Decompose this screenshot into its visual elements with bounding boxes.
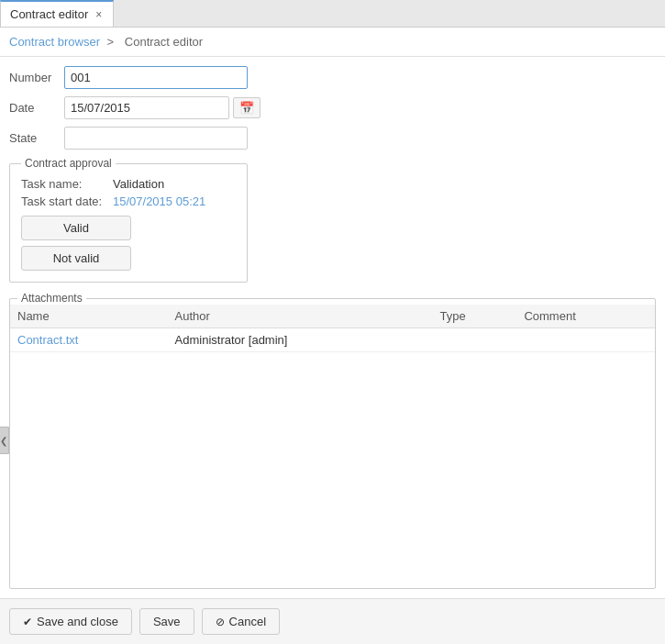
- breadcrumb-link[interactable]: Contract browser: [9, 35, 100, 49]
- bottom-bar: ✔ Save and close Save ⊘ Cancel: [0, 598, 665, 644]
- check-icon: ✔: [23, 616, 32, 628]
- attachments-body: Contract.txt Administrator [admin]: [10, 328, 655, 352]
- task-start-date-value: 15/07/2015 05:21: [113, 194, 205, 208]
- date-wrapper: 📅: [64, 96, 260, 119]
- cell-comment: [516, 328, 655, 352]
- attachments-header: Name Author Type Comment: [10, 305, 655, 328]
- state-row: State: [9, 127, 656, 150]
- date-row: Date 📅: [9, 96, 656, 119]
- task-name-row: Task name: Validation: [21, 177, 236, 191]
- save-close-label: Save and close: [37, 615, 118, 628]
- cancel-label: Cancel: [229, 615, 266, 628]
- task-start-date-row: Task start date: 15/07/2015 05:21: [21, 194, 236, 208]
- attachments-legend: Attachments: [17, 292, 86, 305]
- table-row: Contract.txt Administrator [admin]: [10, 328, 655, 352]
- save-label: Save: [153, 615, 181, 628]
- attachments-wrapper: ❮ Attachments Name Author Type Comment: [9, 292, 656, 589]
- state-label: State: [9, 131, 64, 145]
- number-label: Number: [9, 71, 64, 84]
- tab-bar: Contract editor ×: [0, 0, 665, 28]
- attachment-link[interactable]: Contract.txt: [17, 333, 78, 347]
- approval-legend: Contract approval: [21, 157, 116, 170]
- task-name-value: Validation: [113, 177, 164, 191]
- tab-close-icon[interactable]: ×: [94, 8, 104, 21]
- breadcrumb: Contract browser > Contract editor: [0, 28, 665, 57]
- save-and-close-button[interactable]: ✔ Save and close: [9, 608, 132, 635]
- task-name-label: Task name:: [21, 177, 113, 191]
- calendar-icon[interactable]: 📅: [233, 97, 260, 118]
- tab-contract-editor[interactable]: Contract editor ×: [0, 0, 114, 27]
- sidebar-toggle[interactable]: ❮: [0, 427, 9, 454]
- state-input[interactable]: [64, 127, 248, 150]
- valid-button[interactable]: Valid: [21, 216, 131, 240]
- date-input[interactable]: [64, 96, 229, 119]
- number-input[interactable]: [64, 66, 248, 89]
- breadcrumb-current: Contract editor: [125, 35, 203, 49]
- attachments-fieldset: Attachments Name Author Type Comment: [9, 292, 656, 589]
- form-area: Number Date 📅 State Contract approval Ta…: [0, 57, 665, 598]
- col-author: Author: [168, 305, 433, 328]
- cell-type: [432, 328, 516, 352]
- cell-name: Contract.txt: [10, 328, 168, 352]
- contract-approval-fieldset: Contract approval Task name: Validation …: [9, 157, 248, 283]
- cell-author: Administrator [admin]: [168, 328, 433, 352]
- attachments-table: Name Author Type Comment Contract.txt Ad…: [10, 305, 655, 352]
- col-type: Type: [432, 305, 516, 328]
- task-start-date-label: Task start date:: [21, 194, 113, 208]
- cancel-button[interactable]: ⊘ Cancel: [202, 608, 280, 635]
- number-row: Number: [9, 66, 656, 89]
- save-button[interactable]: Save: [139, 608, 194, 635]
- tab-label: Contract editor: [10, 7, 88, 21]
- col-comment: Comment: [516, 305, 655, 328]
- date-label: Date: [9, 101, 64, 115]
- breadcrumb-separator: >: [107, 35, 115, 49]
- approval-buttons: Valid Not valid: [21, 216, 236, 271]
- main-content: Contract browser > Contract editor Numbe…: [0, 28, 665, 644]
- col-name: Name: [10, 305, 168, 328]
- cancel-icon: ⊘: [216, 616, 225, 628]
- not-valid-button[interactable]: Not valid: [21, 246, 131, 271]
